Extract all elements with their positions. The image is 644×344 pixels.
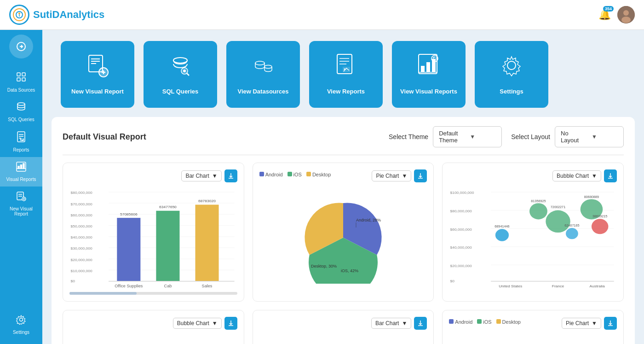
sql-queries-icon [16, 102, 27, 115]
svg-text:$60,000,000: $60,000,000 [450, 227, 472, 232]
chart-body-bubble-1: $100,000,000 $80,000,000 $60,000,000 $40… [449, 187, 617, 288]
svg-point-47 [344, 69, 345, 70]
download-button-bar-2[interactable] [414, 317, 427, 330]
svg-rect-9 [17, 78, 20, 81]
app-layout: Data Sources SQL Queries [0, 30, 644, 344]
chart-type-select-bubble-1[interactable]: Bubble Chart ▼ [552, 170, 601, 181]
sidebar-item-data-sources[interactable]: Data Sources [0, 67, 42, 97]
action-sql-queries[interactable]: SQL Queries [144, 41, 217, 108]
svg-text:Sales: Sales [202, 284, 213, 288]
sidebar-item-new-visual-report[interactable]: New Visual Report [0, 187, 42, 221]
download-button-pie-2[interactable] [604, 317, 617, 330]
svg-text:$30,000,000: $30,000,000 [70, 247, 92, 251]
view-datasources-action-icon [251, 53, 276, 82]
chart-card-bubble-1: Bubble Chart ▼ $100,000,000 $80 [442, 163, 624, 302]
menu-toggle-button[interactable] [9, 35, 33, 58]
dashboard-title: Default Visual Report [63, 132, 380, 142]
svg-text:81356925: 81356925 [531, 199, 546, 203]
chart-body-bar-1: $80,000,000 $70,000,000 $60,000,000 $50,… [69, 187, 237, 288]
chart-type-select-bar-1[interactable]: Bar Chart ▼ [181, 170, 221, 181]
svg-text:Office Supplies: Office Supplies [115, 284, 143, 288]
sidebar-item-label: Data Sources [7, 87, 35, 93]
legend-android-2: Android [449, 319, 472, 325]
chart-type-select-pie-1[interactable]: Pie Chart ▼ [372, 170, 411, 181]
chart-type-chevron-icon: ▼ [212, 173, 218, 179]
app-name: SutiDAnalytics [33, 9, 104, 21]
legend-desktop-2: Desktop [496, 319, 521, 325]
chart-card-pie-1: Android iOS Desktop Pie Chart ▼ [253, 163, 434, 302]
action-view-datasources-label: View Datasources [237, 88, 288, 96]
download-button-pie-1[interactable] [414, 169, 427, 182]
svg-text:$0: $0 [450, 279, 455, 283]
svg-point-103 [546, 210, 570, 233]
svg-rect-21 [23, 163, 24, 169]
avatar[interactable] [617, 6, 635, 23]
svg-rect-19 [18, 166, 19, 169]
logo-area: SutiDAnalytics [9, 5, 104, 25]
sidebar-item-reports[interactable]: Reports [0, 127, 42, 157]
action-view-visual-reports[interactable]: View Visual Reports [392, 41, 466, 108]
reports-icon [17, 131, 26, 145]
theme-select[interactable]: Default Theme ▼ [433, 126, 502, 147]
download-button-bubble-2[interactable] [224, 317, 237, 330]
chart-body-pie-1: Android, 28% Desktop, 30% iOS, 42% [259, 187, 427, 288]
sidebar-item-label: Settings [13, 330, 29, 335]
action-settings[interactable]: Settings [475, 41, 548, 108]
action-new-visual-report-label: New Visual Report [71, 88, 124, 96]
svg-text:$100,000,000: $100,000,000 [450, 191, 475, 195]
svg-point-11 [17, 103, 25, 105]
svg-rect-7 [17, 73, 20, 76]
chart-type-select-bubble-2[interactable]: Bubble Chart ▼ [173, 318, 222, 329]
sidebar-item-sql-queries[interactable]: SQL Queries [0, 97, 42, 127]
logo-icon [9, 5, 29, 25]
sidebar-item-label: Visual Reports [6, 177, 36, 182]
chart-type-select-pie-2[interactable]: Pie Chart ▼ [562, 318, 601, 329]
svg-text:$80,000,000: $80,000,000 [450, 209, 472, 213]
svg-text:57085606: 57085606 [120, 212, 138, 216]
chart-card-bubble-2: Bubble Chart ▼ Bubble Chart [63, 310, 244, 344]
svg-point-53 [431, 55, 438, 62]
chart-type-label: Pie Chart [376, 173, 399, 179]
dashboard-header: Default Visual Report Select Theme Defau… [63, 126, 624, 155]
svg-point-38 [183, 70, 186, 72]
chart-card-bar-1: Bar Chart ▼ $80,000,000 $70,000 [63, 163, 244, 302]
svg-point-101 [529, 203, 547, 219]
svg-text:United States: United States [499, 284, 523, 288]
svg-rect-10 [22, 78, 25, 81]
svg-text:Cab: Cab [164, 284, 172, 288]
chart-card-header-bubble-1: Bubble Chart ▼ [449, 169, 617, 182]
svg-point-109 [592, 219, 608, 234]
download-button-bubble-1[interactable] [604, 169, 617, 182]
layout-select[interactable]: No Layout ▼ [555, 126, 624, 147]
sidebar-item-label: Reports [13, 147, 29, 152]
action-new-visual-report[interactable]: New Visual Report [61, 41, 134, 108]
layout-select-group: Select Layout No Layout ▼ [511, 126, 624, 147]
svg-point-1 [18, 12, 20, 14]
svg-text:68783020: 68783020 [198, 199, 216, 203]
action-view-reports[interactable]: View Reports [309, 41, 383, 108]
sidebar-item-settings[interactable]: Settings [0, 310, 42, 339]
legend-desktop: Desktop [306, 172, 331, 177]
settings-action-icon [499, 53, 524, 82]
chart-body-pie-2 [449, 334, 617, 344]
svg-text:$20,000,000: $20,000,000 [70, 258, 92, 262]
chart-scrollbar-bar-1[interactable] [69, 292, 237, 295]
theme-value: Default Theme [439, 130, 465, 144]
chart-type-select-bar-2[interactable]: Bar Chart ▼ [371, 318, 411, 329]
svg-text:$80,000,000: $80,000,000 [70, 191, 92, 195]
action-view-visual-reports-label: View Visual Reports [400, 88, 457, 96]
svg-text:Australia: Australia [590, 284, 605, 288]
sidebar-item-visual-reports[interactable]: Visual Reports [0, 157, 42, 187]
layout-chevron-icon: ▼ [592, 134, 618, 140]
view-visual-reports-action-icon [417, 53, 440, 82]
action-view-datasources[interactable]: View Datasources [226, 41, 300, 108]
new-visual-report-icon [16, 191, 26, 204]
nav-right: 🔔 354 [598, 6, 635, 23]
chart-card-header-bubble-2: Bubble Chart ▼ [69, 317, 237, 330]
notification-button[interactable]: 🔔 354 [598, 9, 611, 21]
svg-rect-49 [421, 66, 425, 72]
download-button-bar-1[interactable] [224, 169, 237, 182]
settings-icon [16, 315, 26, 327]
svg-rect-50 [426, 62, 430, 72]
new-visual-report-action-icon [85, 53, 110, 82]
